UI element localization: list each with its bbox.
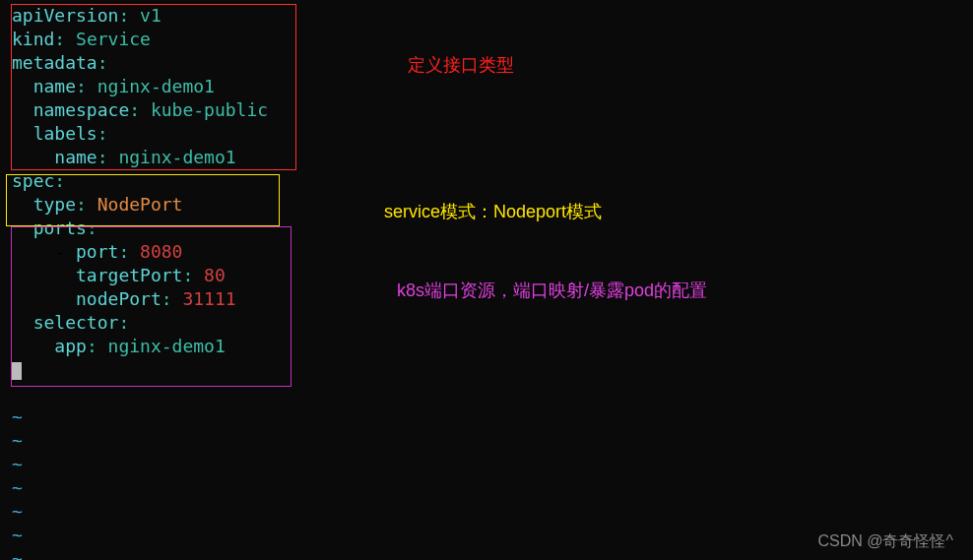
watermark: CSDN @奇奇怪怪^ (817, 531, 953, 552)
key-apiversion: apiVersion (12, 5, 118, 26)
val-app: nginx-demo1 (108, 336, 226, 356)
key-nodeport: nodePort (76, 288, 162, 309)
vim-tilde: ~ (12, 406, 23, 427)
val-labels-name: nginx-demo1 (118, 147, 235, 167)
cursor-block (12, 362, 22, 380)
val-type: NodePort (97, 194, 183, 215)
annotation-magenta: k8s端口资源，端口映射/暴露pod的配置 (397, 279, 707, 302)
key-labels-name: name (54, 147, 97, 167)
key-kind: kind (12, 29, 54, 49)
vim-tilde: ~ (12, 501, 23, 522)
val-targetport: 80 (204, 265, 226, 285)
val-name: nginx-demo1 (97, 76, 215, 96)
vim-tilde: ~ (12, 525, 23, 545)
key-app: app (54, 336, 87, 356)
key-type: type (33, 194, 76, 215)
val-apiversion: v1 (140, 5, 162, 26)
annotation-red: 定义接口类型 (408, 53, 514, 77)
yaml-code-block: apiVersion: v1 kind: Service metadata: n… (12, 4, 268, 560)
key-selector: selector (33, 312, 119, 333)
vim-tilde: ~ (12, 454, 23, 474)
key-metadata: metadata (12, 52, 97, 73)
key-labels: labels (33, 123, 97, 144)
val-kind: Service (76, 29, 151, 49)
key-ports: ports (33, 218, 87, 238)
key-name: name (33, 76, 76, 96)
vim-tilde: ~ (12, 548, 23, 560)
key-targetport: targetPort (76, 265, 182, 285)
key-port: port (76, 241, 118, 262)
annotation-yellow: service模式：Nodeport模式 (384, 200, 602, 223)
key-spec: spec (12, 170, 54, 191)
vim-tilde: ~ (12, 477, 23, 498)
val-namespace: kube-public (151, 99, 268, 120)
val-port: 8080 (140, 241, 182, 262)
key-namespace: namespace (33, 99, 130, 120)
code-content: apiVersion: v1 kind: Service metadata: n… (12, 4, 268, 560)
val-nodeport: 31111 (182, 288, 235, 309)
vim-tilde: ~ (12, 430, 23, 451)
